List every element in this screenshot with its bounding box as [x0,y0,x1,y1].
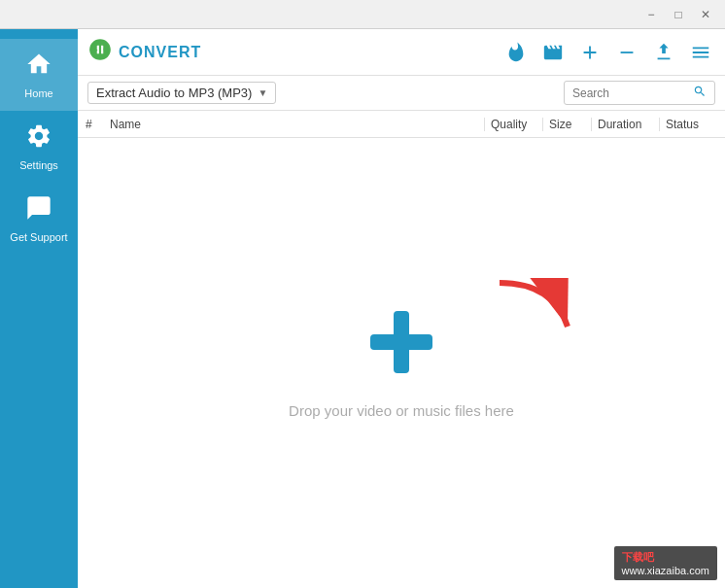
drop-area: Drop your video or music files here [289,307,514,419]
add-files-icon [366,307,436,387]
download-toolbar-icon[interactable] [649,38,678,67]
main-content: CONVERT [78,29,725,588]
format-label: Extract Audio to MP3 (MP3) [96,86,252,100]
flame-toolbar-icon[interactable] [501,38,531,67]
sidebar-item-support-label: Get Support [10,231,67,243]
recycle-icon [87,37,113,68]
watermark: 下载吧 www.xiazaiba.com [614,546,717,580]
home-icon [25,51,52,84]
title-bar: − □ ✕ [0,0,725,29]
app-name: CONVERT [119,44,201,61]
maximize-button[interactable]: □ [665,5,692,24]
search-input[interactable] [572,86,689,100]
col-duration-header: Duration [591,118,659,131]
minimize-button[interactable]: − [638,5,665,24]
arrow-icon [495,278,582,346]
watermark-url: www.xiazaiba.com [622,565,709,576]
col-status-header: Status [659,118,717,131]
close-button[interactable]: ✕ [692,5,719,24]
header-toolbar: CONVERT [78,29,725,76]
remove-toolbar-icon[interactable] [612,38,641,67]
sidebar: Home Settings Get Support [0,29,78,588]
search-box [564,81,715,105]
add-toolbar-icon[interactable] [575,38,604,67]
col-size-header: Size [542,118,591,131]
sidebar-item-settings-label: Settings [19,159,58,171]
drop-zone-text: Drop your video or music files here [289,402,514,419]
drop-zone[interactable]: Drop your video or music files here [78,138,725,588]
menu-toolbar-icon[interactable] [686,38,715,67]
settings-icon [25,122,52,156]
sidebar-item-home-label: Home [24,87,52,99]
film-toolbar-icon[interactable] [538,38,568,67]
sidebar-item-support[interactable]: Get Support [0,183,78,255]
app-logo: CONVERT [87,37,201,68]
col-num-header: # [86,118,110,131]
table-header: # Name Quality Size Duration Status [78,111,725,138]
svg-rect-2 [370,334,432,350]
format-selector[interactable]: Extract Audio to MP3 (MP3) ▼ [87,82,276,104]
support-icon [25,194,52,227]
watermark-text: 下载吧 [622,551,654,563]
chevron-down-icon: ▼ [258,87,267,98]
app-container: Home Settings Get Support [0,29,725,588]
col-quality-header: Quality [484,118,542,131]
sidebar-item-settings[interactable]: Settings [0,111,78,183]
col-name-header: Name [110,118,484,131]
sidebar-item-home[interactable]: Home [0,39,78,111]
search-icon [693,85,707,101]
format-bar: Extract Audio to MP3 (MP3) ▼ [78,76,725,111]
